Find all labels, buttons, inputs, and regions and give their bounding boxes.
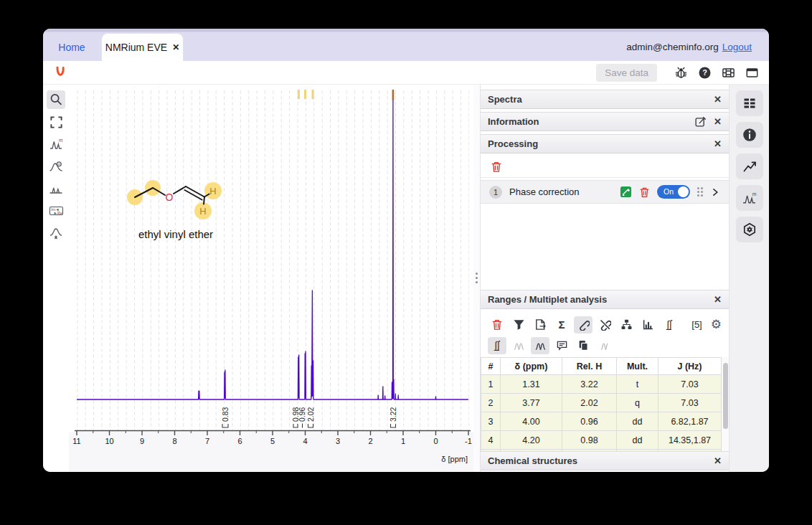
ranges-settings-gear-icon[interactable]: ⚙ <box>711 318 722 331</box>
real-imaginary-tool[interactable]: Im◄►Re <box>47 202 65 220</box>
zoom-tool[interactable] <box>47 90 65 109</box>
apodization-tool[interactable] <box>47 157 65 176</box>
unlink-assignment-icon[interactable] <box>595 316 614 334</box>
processing-section-header[interactable]: Processing ✕ <box>481 134 729 153</box>
auto-assignment-tree-icon[interactable] <box>617 316 636 334</box>
logout-link[interactable]: Logout <box>722 42 752 52</box>
processing-body: 1 Phase correction On <box>481 156 729 290</box>
close-icon[interactable]: ✕ <box>714 94 722 105</box>
spectrum-view[interactable]: O H H ethyl vinyl ether 0.83 0.98 0.96 2… <box>69 85 473 472</box>
close-icon[interactable]: ✕ <box>714 294 722 305</box>
svg-text:3.22: 3.22 <box>389 407 397 422</box>
window-layout-icon[interactable] <box>745 65 759 80</box>
close-icon[interactable]: ✕ <box>714 138 722 149</box>
svg-text:1: 1 <box>401 437 405 445</box>
spectra-title: Spectra <box>488 94 707 105</box>
close-icon[interactable]: ✕ <box>714 116 722 127</box>
panel-resize-handle[interactable] <box>473 85 481 472</box>
ranges-section-header[interactable]: Ranges / Multiplet analysis ✕ <box>481 290 729 309</box>
svg-text:►Re: ►Re <box>53 211 62 215</box>
export-ranges-icon[interactable] <box>531 316 549 334</box>
tab-home[interactable]: Home <box>43 33 100 61</box>
help-icon[interactable]: ? <box>697 65 712 80</box>
delete-ranges-icon[interactable] <box>488 316 506 334</box>
sum-ranges-icon[interactable]: Σ <box>552 316 571 334</box>
svg-text:5: 5 <box>270 437 275 445</box>
structures-section-header[interactable]: Chemical structures ✕ <box>481 451 729 470</box>
table-row[interactable]: 23.772.02q7.03 <box>481 394 729 412</box>
delete-filter-icon[interactable] <box>639 186 650 198</box>
svg-text:10: 10 <box>105 437 113 445</box>
oxygen-atom-label: O <box>166 191 174 203</box>
information-title: Information <box>488 116 694 127</box>
table-row-partial[interactable] <box>481 450 729 451</box>
baseline-correction-tool[interactable] <box>47 224 65 242</box>
film-icon[interactable] <box>721 65 735 80</box>
show-ranges-peaks-icon[interactable] <box>531 337 549 354</box>
publication-string-icon[interactable] <box>552 337 571 354</box>
tab-nmrium-label: NMRium EVE <box>105 42 167 53</box>
svg-text:8: 8 <box>172 437 176 445</box>
structures-title: Chemical structures <box>488 455 707 466</box>
svg-text:3: 3 <box>336 437 340 445</box>
show-j-graph-icon[interactable] <box>595 337 614 354</box>
svg-text:2.02: 2.02 <box>306 407 315 422</box>
filter-row-phase-correction[interactable]: 1 Phase correction On <box>481 180 729 204</box>
svg-text:4: 4 <box>303 437 307 445</box>
svg-text:11: 11 <box>72 437 80 445</box>
svg-text:0.96: 0.96 <box>298 407 306 422</box>
expand-tool[interactable] <box>47 113 65 131</box>
edit-filter-icon[interactable] <box>620 186 632 198</box>
table-row[interactable]: 11.313.22t7.03 <box>481 375 729 394</box>
svg-text:0.83: 0.83 <box>221 407 230 422</box>
user-email: admin@cheminfo.org <box>626 42 719 52</box>
hydrogen-atom-label: H <box>199 206 206 217</box>
processing-title: Processing <box>488 138 707 149</box>
ranges-title: Ranges / Multiplet analysis <box>488 294 707 305</box>
drag-handle-icon[interactable] <box>697 187 703 197</box>
hydrogen-atom-label: H <box>209 186 216 197</box>
filter-ranges-icon[interactable] <box>509 316 528 334</box>
right-toolbar: m <box>729 85 769 472</box>
right-panel: Spectra ✕ Information ✕ Processing ✕ <box>481 85 729 472</box>
table-row[interactable]: 34.000.96dd6.82,1.87 <box>481 412 729 431</box>
spectra-list-panel-button[interactable] <box>736 90 763 116</box>
scrollbar-thumb[interactable] <box>723 363 728 429</box>
show-integrals-icon[interactable]: ∫ʃ <box>660 316 679 334</box>
chemical-structure-panel-button[interactable] <box>736 217 763 242</box>
ranges-toolbar: Σ ∫ʃ [5] ⚙ <box>481 312 729 357</box>
edit-icon[interactable] <box>694 115 707 128</box>
table-row[interactable]: 44.200.98dd14.35,1.87 <box>481 431 729 450</box>
prediction-panel-button[interactable] <box>736 153 763 179</box>
peaks-chart-icon[interactable] <box>638 316 657 334</box>
save-data-button[interactable]: Save data <box>596 64 657 82</box>
peak-picking-panel-button[interactable]: m <box>736 185 763 211</box>
table-scrollbar[interactable] <box>722 357 729 451</box>
integration-display-icon[interactable]: ∫ʃ <box>488 337 506 354</box>
resize-dots-icon <box>476 273 478 275</box>
tab-nmrium[interactable]: NMRium EVE ✕ <box>101 33 184 61</box>
spectra-section-header[interactable]: Spectra ✕ <box>481 90 729 109</box>
svg-text:7: 7 <box>205 437 209 445</box>
show-multiplicity-trees-icon[interactable] <box>509 337 528 354</box>
range-picking-tool[interactable] <box>47 179 65 198</box>
copy-ranges-icon[interactable] <box>574 337 593 354</box>
close-icon[interactable]: ✕ <box>714 455 722 466</box>
browser-tab-bar: Home NMRium EVE ✕ admin@cheminfo.org Log… <box>43 29 769 61</box>
filter-enabled-toggle[interactable]: On <box>657 185 690 199</box>
bug-report-icon[interactable] <box>674 65 688 80</box>
filter-name: Phase correction <box>509 186 613 197</box>
expand-filter-chevron-icon[interactable] <box>710 187 720 197</box>
peak-picking-tool[interactable]: m <box>47 135 65 153</box>
information-panel-button[interactable] <box>736 122 763 148</box>
svg-text:9: 9 <box>140 437 144 445</box>
delete-all-filters-icon[interactable] <box>491 161 502 173</box>
session-area: admin@cheminfo.org Logout <box>626 33 752 61</box>
link-assignment-icon[interactable] <box>574 316 593 334</box>
chart-gridlines <box>75 90 469 431</box>
information-section-header[interactable]: Information ✕ <box>481 112 729 131</box>
toggle-knob <box>678 186 689 197</box>
close-tab-icon[interactable]: ✕ <box>172 42 179 52</box>
svg-text:?: ? <box>702 68 707 77</box>
tab-home-label: Home <box>58 42 85 53</box>
